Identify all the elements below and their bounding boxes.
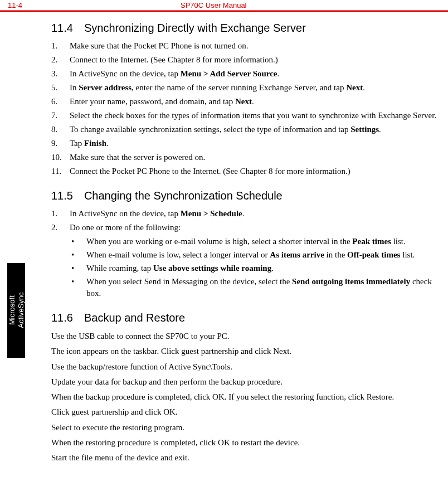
side-tab-line1: Microsoft	[7, 296, 16, 325]
list-item: 2.Do one or more of the following:	[51, 222, 440, 234]
content-area: 11.4 Synchronizing Directly with Exchang…	[0, 12, 448, 464]
list-item: 8.To change available synchronization se…	[51, 124, 440, 135]
list-item: 2.Connect to the Internet. (See Chapter …	[51, 54, 440, 66]
paragraph: Start the file menu of the device and ex…	[51, 451, 440, 464]
list-item: 7.Select the check boxes for the types o…	[51, 110, 440, 121]
section-11-4-steps: 1.Make sure that the Pocket PC Phone is …	[51, 40, 440, 177]
list-item: 5.In Server address, enter the name of t…	[51, 82, 440, 94]
list-item: 6.Enter your name, password, and domain,…	[51, 96, 440, 108]
list-item: •When you are working or e-mail volume i…	[70, 236, 440, 247]
list-item: 3.In ActiveSync on the device, tap Menu …	[51, 68, 440, 80]
paragraph: Click guest partnership and click OK.	[51, 406, 440, 419]
section-11-5-bullets: •When you are working or e-mail volume i…	[51, 236, 440, 299]
side-tab: Microsoft ActiveSync	[7, 263, 25, 358]
paragraph: Select to execute the restoring program.	[51, 421, 440, 434]
paragraph: Update your data for backup and then per…	[51, 376, 440, 388]
paragraph: Use the backup/restore function of Activ…	[51, 361, 440, 373]
paragraph: When the backup procedure is completed, …	[51, 391, 440, 404]
paragraph: The icon appears on the taskbar. Click g…	[51, 345, 440, 358]
paragraph: When the restoring procedure is complete…	[51, 436, 440, 449]
list-item: •When e-mail volume is low, select a lon…	[70, 249, 440, 261]
section-11-4-heading: 11.4 Synchronizing Directly with Exchang…	[51, 22, 440, 35]
list-item: 10.Make sure that the server is powered …	[51, 152, 440, 163]
document-title: SP70C User Manual	[181, 1, 247, 9]
section-11-6-heading: 11.6 Backup and Restore	[51, 312, 440, 324]
page-header: 11-4 SP70C User Manual	[0, 0, 448, 12]
list-item: •When you select Send in Messaging on th…	[70, 276, 440, 299]
list-item: 1.In ActiveSync on the device, tap Menu …	[51, 208, 440, 220]
paragraph: Use the USB cable to connect the SP70C t…	[51, 330, 440, 343]
list-item: 11.Connect the Pocket PC Phone to the In…	[51, 166, 440, 177]
list-item: 1.Make sure that the Pocket PC Phone is …	[51, 40, 440, 52]
section-11-5-heading: 11.5 Changing the Synchronization Schedu…	[51, 189, 440, 202]
side-tab-line2: ActiveSync	[16, 293, 25, 328]
page-number: 11-4	[8, 1, 181, 9]
list-item: 9.Tap Finish.	[51, 138, 440, 149]
list-item: •While roaming, tap Use above settings w…	[70, 262, 440, 274]
section-11-5-steps: 1.In ActiveSync on the device, tap Menu …	[51, 208, 440, 234]
